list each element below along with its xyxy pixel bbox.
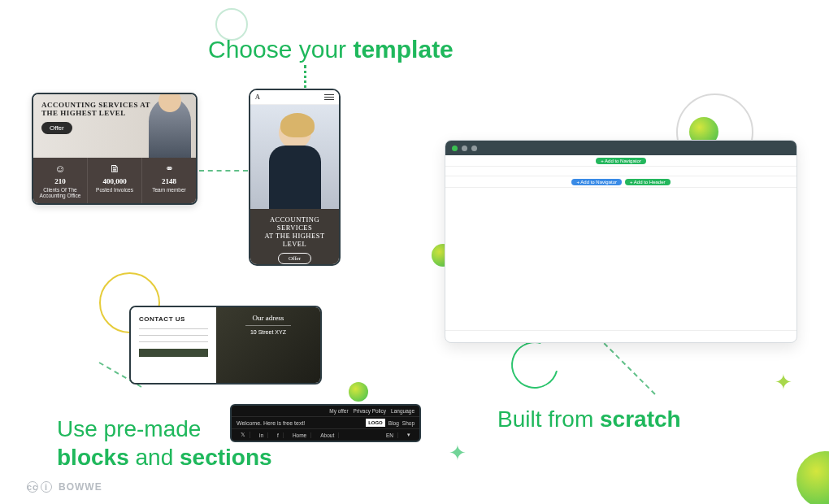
contact-form: CONTACT US (131, 307, 216, 383)
offer-button[interactable]: Offer (41, 122, 72, 134)
address-title: Our adress (223, 314, 314, 322)
mobile-header: A (250, 90, 339, 105)
browser-window: + Add to Navigator + Add to Navigator + … (445, 140, 797, 343)
person-image (149, 98, 191, 158)
section-title: CONTACT US (139, 315, 208, 323)
stat-value: 400,000 (89, 177, 140, 185)
brand-logo: A (255, 93, 260, 101)
text: i (41, 481, 52, 493)
stat-label: Team member (144, 187, 194, 193)
text: AT THE HIGHEST LEVEL (255, 232, 334, 248)
template-preview-mobile[interactable]: A ACCOUNTING SERVICES AT THE HIGHEST LEV… (249, 89, 341, 266)
text-bold: template (353, 36, 453, 63)
input-line[interactable] (139, 328, 208, 329)
navbar-bottom: 𝕏 in f Home About EN ▾ (232, 429, 419, 441)
submit-button[interactable] (139, 349, 208, 357)
hero: ACCOUNTING SERVICES AT THE HIGHEST LEVEL… (33, 94, 196, 158)
stat-value: 2148 (144, 177, 194, 185)
text: ACCOUNTING SERVICES AT (41, 101, 150, 109)
text-bold: sections (180, 445, 272, 470)
navbar-middle: Welcome. Here is free text! LOGO Blog Sh… (232, 417, 419, 429)
text: Built from (497, 406, 600, 432)
text: Choose your (208, 36, 353, 63)
traffic-light-icon[interactable] (471, 146, 477, 151)
deco-ball (796, 451, 829, 504)
deco-ball (349, 382, 368, 402)
editor-canvas[interactable] (445, 188, 796, 330)
contact-info: Our adress 10 Street XYZ (216, 307, 320, 383)
block-navbar[interactable]: My offer Privacy Policy Language Welcome… (230, 404, 421, 442)
text: cc (27, 481, 38, 493)
menu-item[interactable]: Home (289, 432, 311, 438)
add-to-navigator-button[interactable]: + Add to Navigator (571, 179, 622, 185)
traffic-light-icon[interactable] (452, 146, 458, 151)
address-line: 10 Street XYZ (223, 329, 314, 335)
stat-label: Clients Of The Accounting Office (35, 187, 85, 198)
editor-navigator-row: + Add to Navigator (445, 155, 796, 167)
stat-invoices: 🗎 400,000 Posted Invoices (87, 158, 141, 203)
chevron-down-icon[interactable]: ▾ (403, 432, 414, 438)
text: Use pre-made (57, 416, 201, 441)
brand-name: BOWWE (59, 481, 102, 493)
browser-titlebar (445, 141, 796, 155)
dotted-connector (199, 170, 248, 172)
link[interactable]: Language (391, 408, 414, 414)
block-contact[interactable]: CONTACT US Our adress 10 Street XYZ (129, 306, 322, 385)
hero-image (250, 105, 339, 209)
invoice-icon: 🗎 (89, 163, 140, 176)
stat-label: Posted Invoices (89, 187, 140, 193)
heading-built-from-scratch: Built from scratch (497, 406, 681, 432)
menu-item[interactable]: Shop (402, 420, 414, 426)
team-icon: ⚭ (144, 163, 194, 176)
person-icon: ☺ (35, 163, 85, 176)
link[interactable]: Privacy Policy (354, 408, 386, 414)
navbar-top-links: My offer Privacy Policy Language (232, 406, 419, 417)
text: and (129, 445, 180, 470)
text: ACCOUNTING SERVICES (255, 215, 334, 232)
logo-badge: LOGO (366, 419, 385, 427)
offer-button[interactable]: Offer (278, 253, 311, 264)
stats-row: ☺ 210 Clients Of The Accounting Office 🗎… (33, 158, 196, 203)
footer: cc i BOWWE (27, 481, 102, 493)
traffic-light-icon[interactable] (462, 146, 467, 151)
text: THE HIGHEST LEVEL (41, 109, 126, 117)
facebook-icon[interactable]: f (273, 432, 284, 438)
hero-label: ACCOUNTING SERVICES AT THE HIGHEST LEVEL… (250, 209, 339, 266)
linkedin-icon[interactable]: in (255, 432, 268, 438)
text-bold: blocks (57, 445, 129, 470)
menu-item[interactable]: Blog (388, 420, 399, 426)
sparkle-icon: ✦ (449, 441, 467, 466)
template-preview-desktop[interactable]: ACCOUNTING SERVICES AT THE HIGHEST LEVEL… (32, 93, 197, 205)
heading-choose-template: Choose your template (208, 36, 454, 63)
welcome-text: Welcome. Here is free text! (237, 420, 305, 426)
link[interactable]: My offer (329, 408, 348, 414)
hamburger-icon[interactable] (324, 93, 334, 102)
sparkle-icon: ✦ (775, 370, 792, 395)
editor-footer (445, 330, 796, 343)
stat-clients: ☺ 210 Clients Of The Accounting Office (33, 158, 87, 203)
editor-url-row (445, 167, 796, 176)
add-to-header-button[interactable]: + Add to Header (625, 179, 671, 185)
input-line[interactable] (139, 341, 208, 342)
editor-pill-row: + Add to Navigator + Add to Header (445, 176, 796, 188)
input-line[interactable] (139, 335, 208, 336)
lang-switch[interactable]: EN (382, 432, 398, 438)
person-image (266, 116, 324, 209)
cc-license-icon: cc i (27, 481, 52, 493)
text-bold: scratch (600, 406, 681, 432)
divider (245, 325, 291, 326)
stat-team: ⚭ 2148 Team member (141, 158, 196, 203)
add-to-navigator-button[interactable]: + Add to Navigator (596, 158, 646, 164)
menu-item[interactable]: About (316, 432, 339, 438)
stat-value: 210 (35, 177, 85, 185)
twitter-icon[interactable]: 𝕏 (237, 432, 250, 438)
